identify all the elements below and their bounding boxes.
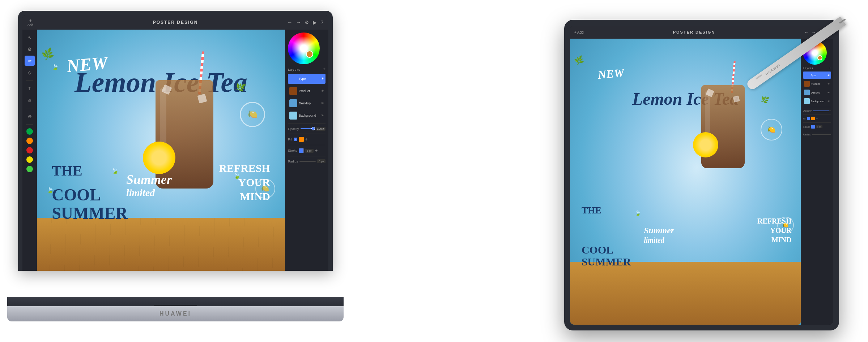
tablet-lemon-icon: 🍋	[767, 126, 775, 134]
pen-tool[interactable]: ✏	[25, 56, 35, 66]
radius-row: Radius 0 px	[288, 159, 326, 163]
opacity-slider-thumb[interactable]	[311, 127, 315, 130]
tablet-layer-desktop[interactable]: Desktop 👁	[803, 89, 831, 96]
tablet-cool-text: COOL SUMMER	[582, 244, 631, 268]
select-tool[interactable]: ↖	[25, 33, 35, 43]
color-yellow[interactable]	[26, 156, 33, 163]
fill-row: Fill ✓ +	[288, 137, 326, 142]
layer-product-eye[interactable]: 👁	[321, 89, 324, 93]
layers-header: Layers +	[288, 66, 326, 72]
undo-icon[interactable]: ←	[287, 20, 292, 25]
eyedropper-tool[interactable]: ⌀	[25, 95, 35, 105]
opacity-value: 100%	[316, 127, 326, 131]
tablet-opacity-slider[interactable]	[813, 111, 831, 111]
tablet-layers-add-button[interactable]: +	[829, 66, 831, 70]
tablet-app: + Add POSTER DESIGN ← → ⚙ ▶	[570, 26, 833, 325]
leaf-decor-2: 🍃	[52, 64, 59, 70]
settings-tool[interactable]: ⚙	[25, 44, 35, 54]
fill-check[interactable]: ✓	[294, 138, 297, 141]
tablet-divider-3	[803, 122, 831, 123]
layers-add-button[interactable]: +	[323, 66, 326, 72]
stroke-label: Stroke	[288, 149, 297, 152]
layers-title: Layers	[288, 68, 301, 72]
layer-background-eye[interactable]: 👁	[321, 114, 324, 117]
play-icon[interactable]: ▶	[313, 20, 317, 25]
color-wheel-inner	[292, 36, 316, 61]
tablet-fill-add[interactable]: +	[816, 117, 818, 120]
layer-type-thumb	[289, 75, 297, 83]
tablet-screen: + Add POSTER DESIGN ← → ⚙ ▶	[570, 26, 833, 325]
color-red[interactable]	[26, 147, 33, 153]
layer-type[interactable]: Type 👁	[288, 74, 326, 84]
panel-divider-4	[288, 156, 326, 156]
ice-cube-2	[197, 94, 207, 104]
layer-desktop[interactable]: Desktop 👁	[288, 98, 326, 108]
laptop-app-body: ↖ ⚙ ✏ ◇ T ⌀ ⊕	[22, 30, 328, 271]
lemon-icon-1: 🍋	[248, 110, 258, 119]
tablet-stroke-value: 1 px	[816, 125, 822, 128]
tablet-color-wheel-cursor[interactable]	[817, 55, 822, 60]
tablet-layer-type[interactable]: Type 👁	[803, 72, 831, 79]
panel-divider-2	[288, 134, 326, 134]
tablet-refresh-line: REFRESH	[757, 216, 791, 226]
layer-type-eye[interactable]: 👁	[321, 77, 324, 81]
wood-grain	[37, 218, 285, 271]
tablet-fill-check[interactable]	[807, 117, 810, 120]
tablet-layer-product[interactable]: Product 👁	[803, 80, 831, 87]
tablet-fill-swatch[interactable]	[811, 117, 815, 120]
tablet-layer-background-name: Background	[811, 100, 826, 103]
text-tool[interactable]: T	[25, 83, 35, 94]
tablet-poster-new: NEW	[597, 66, 625, 82]
radius-slider[interactable]	[299, 161, 316, 162]
tablet-layer-product-eye[interactable]: 👁	[827, 83, 830, 85]
layer-background[interactable]: Background 👁	[288, 111, 326, 121]
tablet-divider-1	[803, 107, 831, 107]
tablet-wooden-table	[570, 262, 801, 325]
stroke-color-swatch[interactable]	[299, 148, 304, 153]
refresh-line: REFRESH	[219, 161, 270, 175]
stylus-tip	[839, 18, 846, 24]
tablet-stroke-swatch[interactable]	[811, 125, 815, 129]
laptop-canvas: NEW Lemon Ice Tea 🌿 🍃 🍋	[37, 30, 285, 271]
opacity-slider[interactable]	[301, 128, 315, 129]
layer-product-name: Product	[299, 89, 319, 93]
color-light-green[interactable]	[26, 166, 33, 172]
tablet-poster-lemon: Lemon Ice Tea	[579, 90, 792, 108]
add-button[interactable]: + Add	[27, 18, 33, 27]
layer-type-name: Type	[299, 77, 319, 81]
tablet-layer-desktop-thumb	[804, 90, 810, 95]
layer-desktop-thumb	[289, 99, 297, 107]
eraser-tool[interactable]: ◇	[25, 67, 35, 77]
redo-icon[interactable]: →	[296, 20, 301, 25]
help-icon[interactable]: ?	[320, 20, 323, 25]
stroke-add-btn[interactable]: +	[315, 148, 318, 153]
tablet-radius-slider[interactable]	[812, 134, 831, 135]
layer-desktop-eye[interactable]: 👁	[321, 101, 324, 105]
tablet-titlebar: + Add POSTER DESIGN ← → ⚙ ▶	[570, 26, 833, 39]
color-orange[interactable]	[26, 138, 33, 144]
tablet-layer-background[interactable]: Background 👁	[803, 98, 831, 105]
tablet-layer-type-eye[interactable]: 👁	[827, 74, 830, 77]
tablet-ice-2	[733, 95, 740, 103]
zoom-tool[interactable]: ⊕	[25, 111, 35, 121]
layer-product[interactable]: Product 👁	[288, 86, 326, 96]
color-wheel[interactable]	[288, 33, 320, 64]
fill-add-btn[interactable]: +	[305, 137, 308, 142]
summer-script-line2: limited	[126, 187, 172, 199]
radius-value: 0 px	[317, 159, 326, 163]
tablet-app-title: POSTER DESIGN	[673, 30, 715, 34]
tablet-add-button[interactable]: + Add	[574, 30, 584, 34]
tablet-layer-desktop-eye[interactable]: 👁	[827, 91, 830, 94]
laptop: + Add POSTER DESIGN ← → ⚙ ▶ ?	[18, 11, 333, 329]
laptop-screen-inner: + Add POSTER DESIGN ← → ⚙ ▶ ?	[22, 15, 328, 271]
tablet-layer-background-eye[interactable]: 👁	[827, 100, 830, 103]
fill-color-swatch[interactable]	[299, 137, 304, 142]
poster-the-text: THE	[52, 162, 82, 179]
layer-background-thumb	[289, 112, 297, 120]
color-green[interactable]	[26, 128, 33, 135]
settings-icon[interactable]: ⚙	[305, 20, 309, 25]
toolbar-separator-2	[26, 108, 33, 108]
color-wheel-cursor[interactable]	[306, 51, 313, 58]
poster-refresh-text: REFRESH YOUR MIND	[219, 161, 270, 203]
tablet-undo-icon[interactable]: ←	[804, 30, 809, 35]
